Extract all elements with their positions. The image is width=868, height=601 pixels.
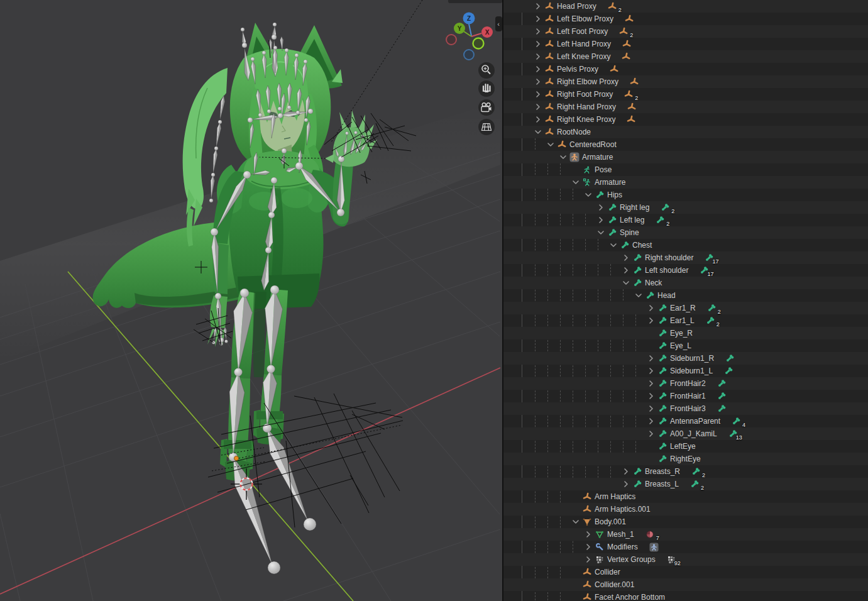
outliner-row-hips[interactable]: Hips: [503, 189, 868, 201]
outliner-row-arm-haptics-001[interactable]: Arm Haptics.001: [503, 503, 868, 516]
zoom-button[interactable]: [478, 62, 495, 79]
outliner-row-left-leg[interactable]: Left leg2: [503, 214, 868, 226]
camera-view-button[interactable]: [478, 99, 495, 116]
outliner-row-fronthair3[interactable]: FrontHair3: [503, 402, 868, 415]
outliner-row-eye-r[interactable]: Eye_R: [503, 327, 868, 339]
outliner-row-armature[interactable]: Armature: [503, 151, 868, 163]
chevron-right-icon[interactable]: [533, 1, 543, 11]
chevron-right-icon[interactable]: [646, 404, 656, 414]
outliner-row-armature[interactable]: Armature: [503, 176, 868, 189]
outliner-row-fronthair1[interactable]: FrontHair1: [503, 390, 868, 402]
outliner-row-eye-l[interactable]: Eye_L: [503, 339, 868, 352]
outliner-row-left-elbow-proxy[interactable]: Left Elbow Proxy: [503, 13, 868, 25]
outliner-row-right-foot-proxy[interactable]: Right Foot Proxy2: [503, 88, 868, 101]
outliner-row-head[interactable]: Head: [503, 289, 868, 302]
outliner-row-left-hand-proxy[interactable]: Left Hand Proxy: [503, 38, 868, 50]
chevron-right-icon[interactable]: [583, 529, 593, 539]
outliner-row-vertex-groups[interactable]: Vertex Groups92: [503, 553, 868, 566]
outliner-row-arm-haptics[interactable]: Arm Haptics: [503, 490, 868, 503]
empty-icon: [583, 568, 591, 576]
chevron-right-icon[interactable]: [533, 102, 543, 112]
outliner-row-fronthair2[interactable]: FrontHair2: [503, 377, 868, 390]
chevron-right-icon[interactable]: [583, 554, 593, 565]
chevron-right-icon[interactable]: [646, 316, 656, 326]
chevron-down-icon[interactable]: [571, 517, 581, 527]
outliner-row-breasts-l[interactable]: Breasts_L2: [503, 478, 868, 490]
outliner-row-facet-anchor-bottom[interactable]: Facet Anchor Bottom: [503, 591, 868, 601]
chevron-right-icon[interactable]: [533, 26, 543, 36]
outliner-row-sideburn1-r[interactable]: Sideburn1_R: [503, 352, 868, 365]
chevron-right-icon[interactable]: [583, 542, 593, 552]
chevron-right-icon[interactable]: [646, 378, 656, 389]
chevron-right-icon[interactable]: [533, 52, 543, 62]
outliner-row-mesh-1[interactable]: Mesh_17: [503, 528, 868, 541]
outliner-row-modifiers[interactable]: Modifiers: [503, 541, 868, 553]
chevron-down-icon[interactable]: [546, 140, 556, 150]
chevron-right-icon[interactable]: [596, 202, 606, 212]
gizmo-y-neg-axis[interactable]: [473, 38, 484, 49]
chevron-right-icon[interactable]: [533, 77, 543, 87]
chevron-right-icon[interactable]: [621, 253, 631, 263]
chevron-right-icon[interactable]: [646, 429, 656, 439]
outliner-row-centeredroot[interactable]: CenteredRoot: [503, 138, 868, 151]
badge-count: 2: [630, 32, 633, 38]
chevron-down-icon[interactable]: [621, 278, 631, 288]
outliner-row-right-leg[interactable]: Right leg2: [503, 201, 868, 214]
outliner-row-antennaparent[interactable]: AntennaParent4: [503, 415, 868, 427]
chevron-right-icon[interactable]: [533, 39, 543, 49]
outliner-item-label: Arm Haptics.001: [595, 505, 651, 514]
outliner-row-collider-001[interactable]: Collider.001: [503, 578, 868, 591]
outliner-row-chest[interactable]: Chest: [503, 239, 868, 251]
chevron-right-icon[interactable]: [621, 479, 631, 489]
outliner-row-neck[interactable]: Neck: [503, 277, 868, 289]
viewport-3d[interactable]: Z Y X: [0, 0, 502, 601]
sidebar-collapse-tab[interactable]: ‹: [495, 16, 502, 31]
chevron-down-icon[interactable]: [571, 177, 581, 187]
outliner-row-body-001[interactable]: Body.001: [503, 516, 868, 528]
chevron-down-icon[interactable]: [533, 127, 543, 137]
chevron-right-icon[interactable]: [533, 89, 543, 99]
gizmo-z-neg-axis[interactable]: [464, 50, 474, 60]
outliner-item-label: Armature: [582, 153, 613, 162]
outliner-row-head-proxy[interactable]: Head Proxy2: [503, 0, 868, 13]
outliner-row-left-shoulder[interactable]: Left shoulder17: [503, 264, 868, 277]
chevron-right-icon[interactable]: [533, 14, 543, 24]
outliner-row-left-knee-proxy[interactable]: Left Knee Proxy: [503, 50, 868, 63]
gizmo-x-neg-axis[interactable]: [446, 35, 456, 45]
chevron-down-icon[interactable]: [596, 228, 606, 238]
outliner-row-ear1-r[interactable]: Ear1_R2: [503, 302, 868, 314]
outliner-row-pose[interactable]: Pose: [503, 163, 868, 176]
outliner-row-pelvis-proxy[interactable]: Pelvis Proxy: [503, 63, 868, 75]
chevron-right-icon[interactable]: [621, 265, 631, 275]
chevron-down-icon[interactable]: [608, 240, 618, 250]
chevron-down-icon[interactable]: [558, 152, 568, 162]
outliner-row-rootnode[interactable]: RootNode: [503, 126, 868, 138]
outliner-row-right-elbow-proxy[interactable]: Right Elbow Proxy: [503, 75, 868, 88]
outliner-row-righteye[interactable]: RightEye: [503, 453, 868, 465]
outliner-row-right-hand-proxy[interactable]: Right Hand Proxy: [503, 101, 868, 113]
outliner-row-right-knee-proxy[interactable]: Right Knee Proxy: [503, 113, 868, 126]
chevron-right-icon[interactable]: [596, 215, 606, 225]
chevron-right-icon[interactable]: [646, 366, 656, 376]
chevron-right-icon[interactable]: [533, 64, 543, 74]
chevron-right-icon[interactable]: [646, 303, 656, 313]
chevron-right-icon[interactable]: [646, 391, 656, 401]
perspective-grid-button[interactable]: [478, 119, 495, 135]
outliner-row-left-foot-proxy[interactable]: Left Foot Proxy2: [503, 25, 868, 38]
chevron-right-icon[interactable]: [646, 416, 656, 426]
chevron-down-icon[interactable]: [634, 290, 644, 300]
chevron-right-icon[interactable]: [646, 353, 656, 363]
outliner-row-right-shoulder[interactable]: Right shoulder17: [503, 251, 868, 264]
outliner-panel[interactable]: Head Proxy2Left Elbow ProxyLeft Foot Pro…: [503, 0, 868, 601]
outliner-row-spine[interactable]: Spine: [503, 226, 868, 239]
chevron-down-icon[interactable]: [583, 190, 593, 200]
chevron-right-icon[interactable]: [621, 466, 631, 477]
chevron-right-icon[interactable]: [533, 114, 543, 124]
outliner-row-breasts-r[interactable]: Breasts_R2: [503, 465, 868, 478]
outliner-row-collider[interactable]: Collider: [503, 566, 868, 578]
pan-button[interactable]: [478, 80, 495, 97]
outliner-row-ear1-l[interactable]: Ear1_L2: [503, 314, 868, 327]
outliner-row-a00-j-kamil[interactable]: A00_J_KamiL13: [503, 427, 868, 440]
outliner-row-lefteye[interactable]: LeftEye: [503, 440, 868, 453]
outliner-row-sideburn1-l[interactable]: Sideburn1_L: [503, 365, 868, 377]
